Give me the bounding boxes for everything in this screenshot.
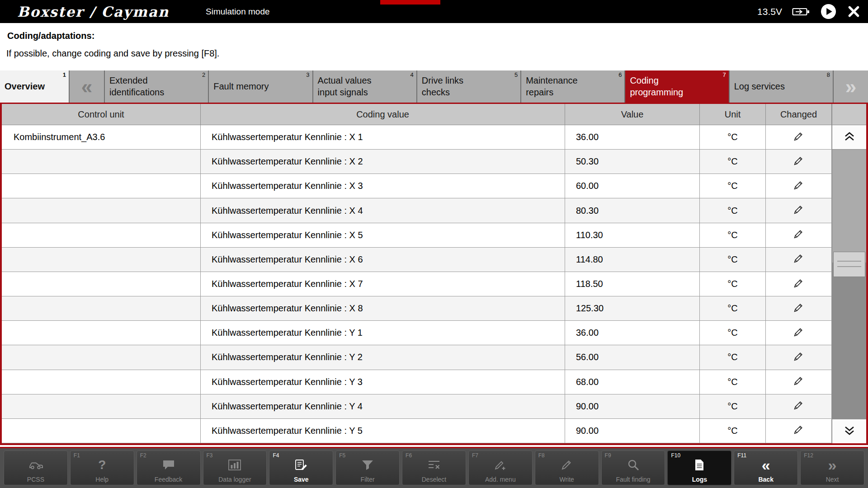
scrollbar-thumb[interactable]: [833, 252, 865, 277]
changed-cell[interactable]: [766, 370, 832, 394]
table-row[interactable]: Kühlwassertemperatur Kennlinie : X 5110.…: [2, 223, 832, 248]
brand-logo: Boxster / Cayman: [17, 4, 169, 20]
close-button[interactable]: [847, 5, 861, 19]
car-icon: [4, 457, 67, 473]
control-unit-cell: [2, 272, 201, 296]
changed-cell[interactable]: [766, 272, 832, 296]
pencil-icon: [793, 252, 805, 267]
table-row[interactable]: Kühlwassertemperatur Kennlinie : X 6114.…: [2, 248, 832, 272]
table-row[interactable]: Kühlwassertemperatur Kennlinie : X 8125.…: [2, 296, 832, 321]
fn-button-label: Back: [758, 476, 773, 483]
fn-data-logger-button[interactable]: F3Data logger: [203, 450, 267, 485]
chevron-right-icon: »: [845, 78, 856, 96]
tab-extended-identifications[interactable]: 2Extended identifications: [105, 70, 208, 103]
coding-table: Control unitCoding valueValueUnitChanged…: [0, 103, 868, 445]
value-cell[interactable]: 36.00: [565, 321, 700, 345]
tab-overview[interactable]: 1Overview: [0, 70, 69, 103]
fn-logs-button[interactable]: F10Logs: [667, 450, 731, 485]
fn-pcss-button[interactable]: PCSS: [4, 450, 68, 485]
changed-cell[interactable]: [766, 321, 832, 345]
table-row[interactable]: Kühlwassertemperatur Kennlinie : X 360.0…: [2, 174, 832, 198]
table-row[interactable]: Kombiinstrument_A3.6Kühlwassertemperatur…: [2, 125, 832, 150]
page-title: Coding/adaptations:: [0, 23, 868, 41]
changed-cell[interactable]: [766, 419, 832, 443]
fn-fault-finding-button[interactable]: F9Fault finding: [601, 450, 665, 485]
value-cell[interactable]: 60.00: [565, 174, 700, 198]
addmenu-icon: [469, 457, 532, 473]
column-header-coding-value: Coding value: [201, 104, 565, 125]
unit-cell: °C: [700, 272, 766, 296]
fn-button-label: PCSS: [27, 476, 44, 483]
changed-cell[interactable]: [766, 345, 832, 370]
fn-button-label: Help: [95, 476, 108, 483]
tab-number: 8: [827, 71, 830, 78]
tab-log-services[interactable]: 8Log services: [730, 70, 833, 103]
battery-voltage: 13.5V: [757, 6, 782, 17]
value-cell[interactable]: 110.30: [565, 223, 700, 248]
control-unit-cell: [2, 174, 201, 198]
changed-cell[interactable]: [766, 150, 832, 174]
tab-fault-memory[interactable]: 3Fault memory: [209, 70, 312, 103]
unit-cell: °C: [700, 125, 766, 150]
value-cell[interactable]: 125.30: [565, 296, 700, 321]
fn-next-button[interactable]: F12»Next: [800, 450, 864, 485]
scroll-down-button[interactable]: [832, 419, 866, 443]
scroll-up-button[interactable]: [832, 125, 866, 150]
table-row[interactable]: Kühlwassertemperatur Kennlinie : Y 368.0…: [2, 370, 832, 394]
fn-deselect-button[interactable]: F6Deselect: [402, 450, 466, 485]
play-button[interactable]: [820, 3, 837, 20]
table-row[interactable]: Kühlwassertemperatur Kennlinie : X 480.3…: [2, 198, 832, 223]
value-cell[interactable]: 50.30: [565, 150, 700, 174]
table-row[interactable]: Kühlwassertemperatur Kennlinie : X 7118.…: [2, 272, 832, 296]
changed-cell[interactable]: [766, 394, 832, 419]
value-cell[interactable]: 36.00: [565, 125, 700, 150]
changed-cell[interactable]: [766, 198, 832, 223]
value-cell[interactable]: 90.00: [565, 419, 700, 443]
value-cell[interactable]: 114.80: [565, 248, 700, 272]
coding-value-cell: Kühlwassertemperatur Kennlinie : X 2: [201, 150, 565, 174]
tab-actual-values-input-signals[interactable]: 4Actual values input signals: [313, 70, 416, 103]
fn-filter-button[interactable]: F5Filter: [335, 450, 400, 485]
unit-cell: °C: [700, 150, 766, 174]
fn-back-button[interactable]: F11«Back: [734, 450, 798, 485]
changed-cell[interactable]: [766, 296, 832, 321]
fn-help-button[interactable]: F1?Help: [70, 450, 134, 485]
column-header-value: Value: [565, 104, 700, 125]
table-row[interactable]: Kühlwassertemperatur Kennlinie : Y 490.0…: [2, 394, 832, 419]
changed-cell[interactable]: [766, 174, 832, 198]
table-row[interactable]: Kühlwassertemperatur Kennlinie : X 250.3…: [2, 150, 832, 174]
coding-value-cell: Kühlwassertemperatur Kennlinie : X 4: [201, 198, 565, 223]
tabs-scroll-left-button[interactable]: «: [70, 70, 104, 103]
value-cell[interactable]: 56.00: [565, 345, 700, 370]
fn-save-button[interactable]: F4Save: [269, 450, 333, 485]
tab-maintenance-repairs[interactable]: 6Maintenance repairs: [521, 70, 624, 103]
value-cell[interactable]: 90.00: [565, 394, 700, 419]
unit-cell: °C: [700, 248, 766, 272]
table-row[interactable]: Kühlwassertemperatur Kennlinie : Y 590.0…: [2, 419, 832, 443]
value-cell[interactable]: 80.30: [565, 198, 700, 223]
value-cell[interactable]: 68.00: [565, 370, 700, 394]
control-unit-cell: [2, 248, 201, 272]
tab-bar: 1Overview«2Extended identifications3Faul…: [0, 70, 868, 103]
table-row[interactable]: Kühlwassertemperatur Kennlinie : Y 256.0…: [2, 345, 832, 370]
value-cell[interactable]: 118.50: [565, 272, 700, 296]
tab-coding-programming[interactable]: 7Coding programming: [625, 70, 728, 103]
tabs-scroll-right-button[interactable]: »: [834, 70, 868, 103]
scrollbar-track[interactable]: [832, 150, 866, 419]
fn-add-menu-button[interactable]: F7Add. menu: [468, 450, 533, 485]
table-header-row: Control unitCoding valueValueUnitChanged: [2, 104, 832, 125]
control-unit-cell: [2, 345, 201, 370]
changed-cell[interactable]: [766, 223, 832, 248]
changed-cell[interactable]: [766, 125, 832, 150]
chevron-double-down-icon: [843, 425, 856, 438]
next-icon: »: [801, 457, 864, 473]
tab-drive-links-checks[interactable]: 5Drive links checks: [417, 70, 520, 103]
fn-write-button[interactable]: F8Write: [535, 450, 599, 485]
diagnostic-app-window: Boxster / Cayman Simulation mode 13.5V C…: [0, 0, 868, 488]
tab-number: 6: [618, 71, 622, 78]
fn-button-label: Fault finding: [616, 476, 650, 483]
table-row[interactable]: Kühlwassertemperatur Kennlinie : Y 136.0…: [2, 321, 832, 345]
changed-cell[interactable]: [766, 248, 832, 272]
tab-number: 4: [410, 71, 414, 78]
fn-feedback-button[interactable]: F2Feedback: [137, 450, 201, 485]
